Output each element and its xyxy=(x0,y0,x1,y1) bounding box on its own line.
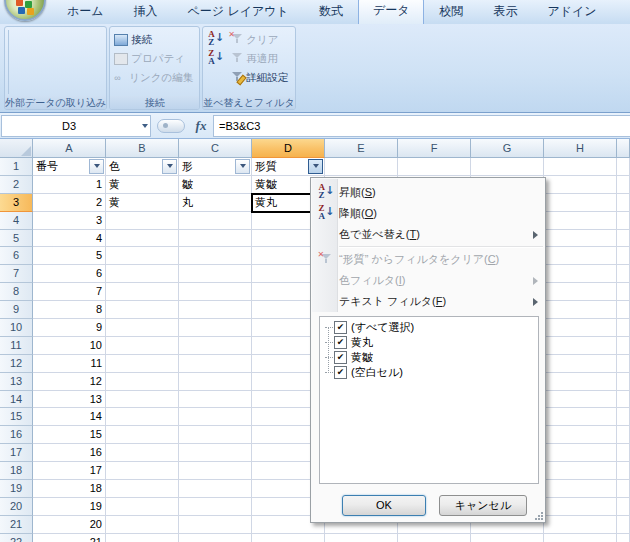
menu-item-text-filter[interactable]: テキスト フィルタ(F) xyxy=(311,291,545,312)
cell-B14[interactable] xyxy=(106,391,179,409)
empty-cell[interactable] xyxy=(544,391,617,409)
column-header-A[interactable]: A xyxy=(33,139,106,158)
cell-C20[interactable] xyxy=(179,498,252,516)
row-header-6[interactable]: 6 xyxy=(0,247,33,265)
header-cell-A1[interactable]: 番号 xyxy=(33,158,106,176)
empty-cell[interactable] xyxy=(544,337,617,355)
cell-B4[interactable] xyxy=(106,212,179,230)
cell-A15[interactable]: 14 xyxy=(33,408,106,426)
empty-cell[interactable] xyxy=(544,426,617,444)
cell-A13[interactable]: 12 xyxy=(33,373,106,391)
cell-C18[interactable] xyxy=(179,462,252,480)
row-header-20[interactable]: 20 xyxy=(0,498,33,516)
select-all-corner[interactable] xyxy=(0,139,33,158)
cell-C13[interactable] xyxy=(179,373,252,391)
empty-cell[interactable] xyxy=(544,462,617,480)
empty-cell[interactable] xyxy=(325,158,398,176)
empty-cell[interactable] xyxy=(544,158,617,176)
empty-cell[interactable] xyxy=(544,247,617,265)
cell-C14[interactable] xyxy=(179,391,252,409)
row-header-7[interactable]: 7 xyxy=(0,265,33,283)
empty-cell[interactable] xyxy=(544,373,617,391)
cell-B17[interactable] xyxy=(106,444,179,462)
empty-cell[interactable] xyxy=(544,355,617,373)
filter-dropdown-button-C[interactable] xyxy=(235,159,250,174)
cell-B11[interactable] xyxy=(106,337,179,355)
filter-dropdown-button-D[interactable] xyxy=(308,159,323,174)
row-header-22[interactable]: 22 xyxy=(0,534,33,542)
cell-A7[interactable]: 6 xyxy=(33,265,106,283)
cell-C5[interactable] xyxy=(179,230,252,248)
empty-cell[interactable] xyxy=(544,516,617,534)
row-header-14[interactable]: 14 xyxy=(0,391,33,409)
cell-A10[interactable]: 9 xyxy=(33,319,106,337)
row-header-17[interactable]: 17 xyxy=(0,444,33,462)
cell-A22[interactable]: 21 xyxy=(33,534,106,542)
cell-C16[interactable] xyxy=(179,426,252,444)
empty-cell[interactable] xyxy=(398,158,471,176)
cell-A12[interactable]: 11 xyxy=(33,355,106,373)
empty-cell[interactable] xyxy=(544,283,617,301)
empty-cell[interactable] xyxy=(544,230,617,248)
row-header-18[interactable]: 18 xyxy=(0,462,33,480)
column-header-B[interactable]: B xyxy=(106,139,179,158)
row-header-1[interactable]: 1 xyxy=(0,158,33,176)
empty-cell[interactable] xyxy=(544,480,617,498)
cancel-button[interactable]: キャンセル xyxy=(439,495,527,516)
cell-A2[interactable]: 1 xyxy=(33,176,106,194)
row-header-5[interactable]: 5 xyxy=(0,230,33,248)
connections-button[interactable]: 接続 xyxy=(112,30,197,49)
empty-cell[interactable] xyxy=(544,498,617,516)
column-header-H[interactable]: H xyxy=(544,139,617,158)
cell-B15[interactable] xyxy=(106,408,179,426)
cell-C11[interactable] xyxy=(179,337,252,355)
cell-B7[interactable] xyxy=(106,265,179,283)
column-header-F[interactable]: F xyxy=(398,139,471,158)
empty-cell[interactable] xyxy=(544,212,617,230)
cell-B8[interactable] xyxy=(106,283,179,301)
cell-C7[interactable] xyxy=(179,265,252,283)
cell-A17[interactable]: 16 xyxy=(33,444,106,462)
cell-A14[interactable]: 13 xyxy=(33,391,106,409)
row-header-3[interactable]: 3 xyxy=(0,194,33,212)
name-box-dropdown-icon[interactable] xyxy=(136,124,150,128)
filter-dropdown-button-A[interactable] xyxy=(89,159,104,174)
cell-A16[interactable]: 15 xyxy=(33,426,106,444)
cell-B22[interactable] xyxy=(106,534,179,542)
row-header-16[interactable]: 16 xyxy=(0,426,33,444)
cell-B2[interactable]: 黄 xyxy=(106,176,179,194)
header-cell-D1[interactable]: 形質 xyxy=(252,158,325,176)
row-header-11[interactable]: 11 xyxy=(0,337,33,355)
empty-cell[interactable] xyxy=(544,444,617,462)
cell-C22[interactable] xyxy=(179,534,252,542)
cell-C17[interactable] xyxy=(179,444,252,462)
menu-item-sort-descending[interactable]: ZA↓降順(O) xyxy=(311,203,545,224)
empty-cell[interactable] xyxy=(544,408,617,426)
office-button[interactable] xyxy=(4,0,46,21)
cell-A3[interactable]: 2 xyxy=(33,194,106,212)
cell-C3[interactable]: 丸 xyxy=(179,194,252,212)
cell-B19[interactable] xyxy=(106,480,179,498)
row-header-19[interactable]: 19 xyxy=(0,480,33,498)
cell-A4[interactable]: 3 xyxy=(33,212,106,230)
cell-B5[interactable] xyxy=(106,230,179,248)
row-header-21[interactable]: 21 xyxy=(0,516,33,534)
formula-input[interactable]: =B3&C3 xyxy=(213,115,630,137)
insert-function-button[interactable]: fx xyxy=(189,118,213,134)
formula-bar-splitter[interactable] xyxy=(157,119,185,133)
cell-A20[interactable]: 19 xyxy=(33,498,106,516)
cell-C10[interactable] xyxy=(179,319,252,337)
row-header-4[interactable]: 4 xyxy=(0,212,33,230)
cell-B20[interactable] xyxy=(106,498,179,516)
name-box[interactable]: D3 xyxy=(1,115,151,137)
cell-C12[interactable] xyxy=(179,355,252,373)
tab-add-ins[interactable]: アドイン xyxy=(532,0,611,24)
row-header-12[interactable]: 12 xyxy=(0,355,33,373)
checkbox-ki-shiwa[interactable]: ✔ xyxy=(334,351,347,364)
row-header-9[interactable]: 9 xyxy=(0,301,33,319)
cell-C9[interactable] xyxy=(179,301,252,319)
cell-B10[interactable] xyxy=(106,319,179,337)
cell-C2[interactable]: 皺 xyxy=(179,176,252,194)
cell-B16[interactable] xyxy=(106,426,179,444)
row-header-15[interactable]: 15 xyxy=(0,408,33,426)
